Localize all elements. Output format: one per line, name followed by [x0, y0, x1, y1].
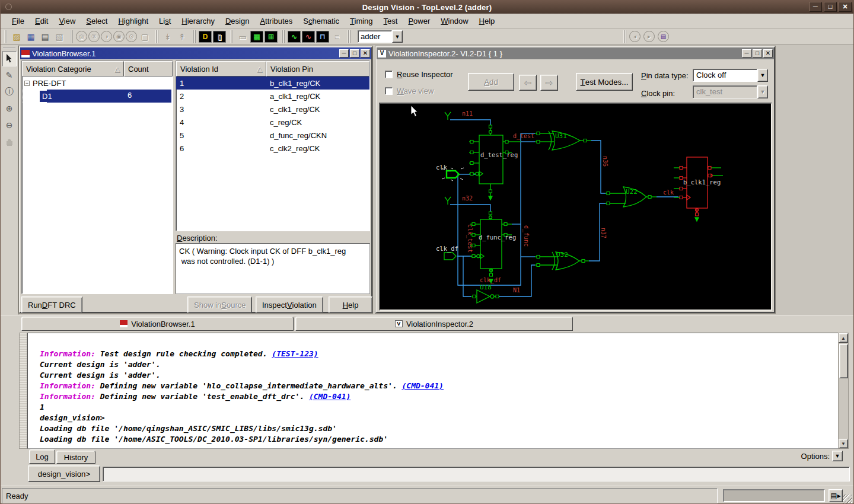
prev-violation-button[interactable]: ⇦ — [519, 75, 537, 91]
tab-log[interactable]: Log — [29, 449, 55, 464]
menu-design[interactable]: Design — [220, 15, 254, 27]
violation-row[interactable]: 3c_clk1_reg/CK — [176, 103, 369, 116]
histogram-icon-1[interactable]: ∿ — [288, 31, 301, 43]
wave-view-checkbox[interactable]: Wave view — [385, 87, 434, 95]
checkbox-icon[interactable] — [385, 87, 393, 95]
dropdown-arrow-icon[interactable]: ▼ — [757, 85, 768, 98]
console-splitter[interactable] — [19, 333, 27, 449]
menu-select[interactable]: Select — [81, 15, 113, 27]
session-list-icon[interactable]: ▤ — [658, 31, 669, 42]
violation-row[interactable]: 4c_reg/CK — [176, 116, 369, 129]
column-header-count[interactable]: Count — [124, 61, 173, 76]
log-scrollbar[interactable]: ▲ ▼ — [838, 333, 849, 449]
log-message-link[interactable]: (CMD-041) — [309, 392, 350, 401]
tree-item-d1[interactable]: D1 6 — [22, 90, 173, 103]
pin-data-type-value[interactable]: Clock off — [693, 69, 757, 82]
violation-row[interactable]: 5d_func_reg/CKN — [176, 129, 369, 142]
scroll-down-icon[interactable]: ▼ — [839, 439, 848, 448]
maximize-icon[interactable]: □ — [350, 49, 359, 58]
pan-tool[interactable] — [2, 134, 17, 149]
design-select-value[interactable]: adder — [358, 30, 392, 43]
description-text[interactable]: CK ( Warning: Clock input CK of DFF b_cl… — [176, 243, 370, 294]
menu-test[interactable]: Test — [378, 15, 403, 27]
inspect-violation-button[interactable]: Inspect Violation — [256, 296, 323, 313]
show-in-source-button[interactable]: Show in Source — [187, 296, 252, 313]
schematic-canvas[interactable]: n11 d_test U31 clk_ n32 n36 U22 clk b_cl… — [380, 104, 771, 310]
scroll-up-icon[interactable]: ▲ — [839, 333, 848, 343]
info-tool[interactable]: ⓘ — [2, 84, 17, 100]
minimize-icon[interactable]: ─ — [809, 2, 822, 12]
clock-pin-value[interactable]: clk_test — [693, 85, 757, 98]
tab-history[interactable]: History — [56, 451, 95, 464]
next-violation-button[interactable]: ⇨ — [540, 75, 558, 91]
save-icon[interactable]: ▦ — [24, 30, 37, 43]
menu-help[interactable]: Help — [474, 15, 501, 27]
column-header-violation-id[interactable]: Violation Id △ — [176, 61, 266, 76]
prompt-selector-button[interactable]: design_vision> — [28, 465, 100, 482]
menu-view[interactable]: View — [53, 15, 81, 27]
zoom-in-tool[interactable]: ⊕ — [2, 101, 17, 116]
menu-list[interactable]: List — [154, 15, 176, 27]
menu-power[interactable]: Power — [403, 15, 435, 27]
menu-attributes[interactable]: Attributes — [254, 15, 298, 27]
menu-edit[interactable]: Edit — [30, 15, 53, 27]
close-icon[interactable]: ✕ — [763, 49, 773, 58]
violation-row[interactable]: 2a_clk1_reg/CK — [176, 90, 369, 103]
column-header-violation-pin[interactable]: Violation Pin — [266, 61, 369, 76]
print-icon[interactable]: ▤ — [39, 30, 52, 43]
log-message-link[interactable]: (CMD-041) — [401, 381, 443, 390]
maximize-icon[interactable]: □ — [753, 49, 762, 58]
violation-row[interactable]: 1b_clk1_reg/CK — [176, 76, 369, 90]
close-icon[interactable]: ✕ — [839, 2, 852, 12]
test-modes-button[interactable]: Test Modes... — [576, 73, 633, 91]
options-dropdown-icon[interactable]: ▼ — [832, 451, 843, 461]
dropdown-arrow-icon[interactable]: ▼ — [757, 69, 768, 82]
close-icon[interactable]: ✕ — [361, 49, 370, 58]
window-tab-bar: ViolationBrowser.1 V ViolationInspector.… — [1, 315, 853, 331]
minimize-icon[interactable]: ─ — [742, 49, 751, 58]
help-button[interactable]: Help — [329, 296, 372, 313]
design-select-arrow-icon[interactable]: ▼ — [392, 30, 403, 43]
add-button[interactable]: Add — [468, 73, 514, 91]
instance-label-d-func-reg: d_func_reg — [479, 234, 516, 241]
checkbox-icon[interactable] — [385, 71, 393, 78]
menu-window[interactable]: Window — [435, 15, 473, 27]
highlight-tool[interactable]: ✎ — [2, 68, 17, 83]
tab-violation-inspector[interactable]: V ViolationInspector.2 — [295, 317, 573, 331]
column-header-category[interactable]: Violation Categorie △ — [22, 61, 124, 76]
menu-hierarchy[interactable]: Hierarchy — [176, 15, 220, 27]
pin-data-type-select[interactable]: Clock off ▼ — [693, 69, 768, 82]
gate-view-icon[interactable]: D — [199, 31, 212, 43]
minimize-icon[interactable]: ─ — [339, 49, 349, 58]
violation-category-tree: Violation Categorie △ Count − PRE-DFT D1… — [21, 60, 173, 294]
log-view[interactable]: Information: Test design rule checking c… — [27, 333, 839, 449]
violation-row[interactable]: 6c_clk2_reg/CK — [176, 142, 369, 155]
violation-browser-titlebar[interactable]: ViolationBrowser.1 ─ □ ✕ — [20, 47, 371, 59]
violation-inspector-titlebar[interactable]: V ViolationInspector.2- VI.2-D1 { 1 } ─ … — [377, 47, 774, 59]
hier-schematic-icon[interactable]: ⊞ — [265, 31, 278, 43]
schematic-view[interactable]: n11 d_test U31 clk_ n32 n36 U22 clk b_cl… — [379, 103, 772, 311]
clock-pin-select[interactable]: clk_test ▼ — [693, 85, 768, 98]
resize-grip[interactable] — [843, 495, 852, 503]
command-input[interactable] — [103, 467, 850, 481]
histogram-icon-2[interactable]: ∿ — [302, 31, 315, 43]
status-list-button[interactable]: ▤▸ — [828, 489, 843, 502]
waveform-icon[interactable]: ⊓ — [316, 31, 329, 43]
schematic-view-icon[interactable]: ▦ — [250, 31, 263, 43]
tree-item-pre-dft[interactable]: − PRE-DFT — [22, 76, 173, 90]
scrollbar-thumb[interactable] — [839, 344, 848, 378]
zoom-out-tool[interactable]: ⊖ — [2, 117, 17, 133]
pointer-tool[interactable] — [2, 51, 17, 66]
tab-violation-browser[interactable]: ViolationBrowser.1 — [21, 317, 294, 331]
collapse-icon[interactable]: − — [24, 81, 30, 86]
menu-timing[interactable]: Timing — [345, 15, 378, 27]
log-message-link[interactable]: (TEST-123) — [272, 349, 318, 358]
design-select[interactable]: adder ▼ — [358, 30, 403, 43]
maximize-icon[interactable]: □ — [824, 2, 837, 12]
menu-schematic[interactable]: Schematic — [298, 15, 345, 27]
run-dft-drc-button[interactable]: Run DFT DRC — [21, 296, 82, 313]
menu-file[interactable]: File — [7, 15, 30, 27]
open-icon[interactable]: ▨ — [10, 30, 23, 43]
reuse-inspector-checkbox[interactable]: Reuse Inspector — [385, 70, 453, 79]
menu-highlight[interactable]: Highlight — [113, 15, 154, 27]
